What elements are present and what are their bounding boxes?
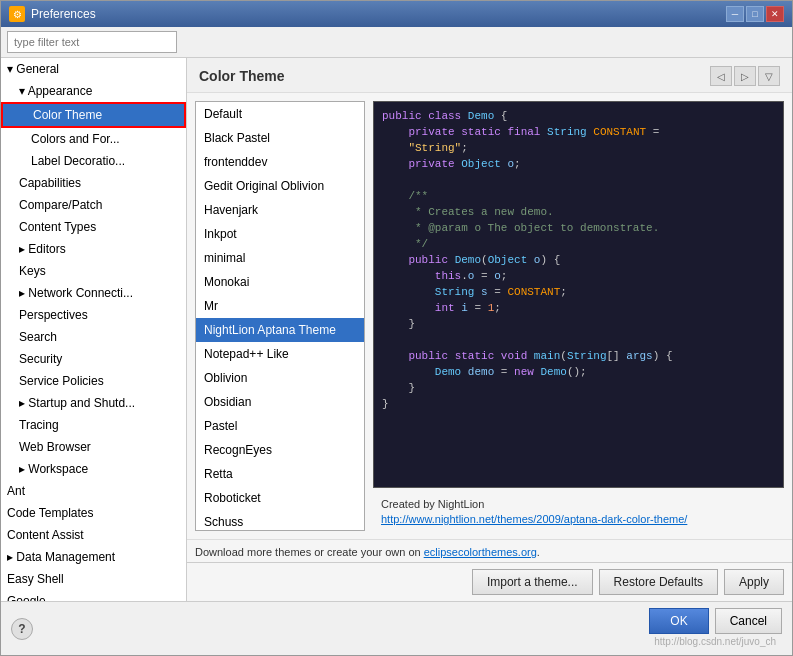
tree-panel: ▾ General▾ Appearance Color Theme Colors… [1, 58, 187, 601]
theme-item-havenjark[interactable]: Havenjark [196, 198, 364, 222]
minimize-button[interactable]: ─ [726, 6, 744, 22]
maximize-button[interactable]: □ [746, 6, 764, 22]
tree-item-ant[interactable]: Ant [1, 480, 186, 502]
content-area: ▾ General▾ Appearance Color Theme Colors… [1, 58, 792, 601]
theme-item-roboticket[interactable]: Roboticket [196, 486, 364, 510]
preview-section: public class Demo { private static final… [373, 101, 784, 531]
theme-list[interactable]: DefaultBlack PastelfrontenddevGedit Orig… [195, 101, 365, 531]
theme-item-pastel[interactable]: Pastel [196, 414, 364, 438]
eclipse-color-themes-link[interactable]: eclipsecolorthemes.org [424, 546, 537, 558]
tree-item-capabilities[interactable]: Capabilities [1, 172, 186, 194]
tree-item-perspectives[interactable]: Perspectives [1, 304, 186, 326]
preferences-dialog: ⚙ Preferences ─ □ ✕ ▾ General▾ Appearanc… [0, 0, 793, 656]
theme-item-minimal[interactable]: minimal [196, 246, 364, 270]
tree-item-google[interactable]: Google [1, 590, 186, 601]
download-bar: Download more themes or create your own … [187, 539, 792, 562]
nav-dropdown-button[interactable]: ▽ [758, 66, 780, 86]
tree-item-content-assist[interactable]: Content Assist [1, 524, 186, 546]
nav-forward-button[interactable]: ▷ [734, 66, 756, 86]
theme-item-retta[interactable]: Retta [196, 462, 364, 486]
code-preview: public class Demo { private static final… [373, 101, 784, 488]
bottom-right-buttons: OK Cancel [649, 608, 782, 634]
download-period: . [537, 546, 540, 558]
filter-toolbar [1, 27, 792, 58]
nav-back-button[interactable]: ◁ [710, 66, 732, 86]
tree-item-color-theme[interactable]: Color Theme [1, 102, 186, 128]
cancel-button[interactable]: Cancel [715, 608, 782, 634]
tree-item-label-decorations[interactable]: Label Decoratio... [1, 150, 186, 172]
theme-item-default[interactable]: Default [196, 102, 364, 126]
theme-author: Created by NightLion [381, 498, 776, 510]
theme-item-monokai[interactable]: Monokai [196, 270, 364, 294]
filter-input[interactable] [7, 31, 177, 53]
tree-item-easy-shell[interactable]: Easy Shell [1, 568, 186, 590]
dialog-icon: ⚙ [9, 6, 25, 22]
theme-item-obsidian[interactable]: Obsidian [196, 390, 364, 414]
tree-item-service-policies[interactable]: Service Policies [1, 370, 186, 392]
tree-item-general[interactable]: ▾ General [1, 58, 186, 80]
action-buttons: Import a theme... Restore Defaults Apply [187, 562, 792, 601]
theme-item-gedit-original-oblivion[interactable]: Gedit Original Oblivion [196, 174, 364, 198]
theme-item-nightlion-aptana-theme[interactable]: NightLion Aptana Theme [196, 318, 364, 342]
tree-item-keys[interactable]: Keys [1, 260, 186, 282]
theme-item-inkpot[interactable]: Inkpot [196, 222, 364, 246]
theme-item-frontenddev[interactable]: frontenddev [196, 150, 364, 174]
tree-item-startup-and-shutdown[interactable]: ▸ Startup and Shutd... [1, 392, 186, 414]
theme-info: Created by NightLion http://www.nightlio… [373, 492, 784, 531]
theme-selector-area: DefaultBlack PastelfrontenddevGedit Orig… [187, 93, 792, 539]
theme-item-black-pastel[interactable]: Black Pastel [196, 126, 364, 150]
theme-item-mr[interactable]: Mr [196, 294, 364, 318]
theme-item-oblivion[interactable]: Oblivion [196, 366, 364, 390]
tree-item-appearance[interactable]: ▾ Appearance [1, 80, 186, 102]
theme-item-schuss[interactable]: Schuss [196, 510, 364, 531]
import-theme-button[interactable]: Import a theme... [472, 569, 593, 595]
title-buttons: ─ □ ✕ [726, 6, 784, 22]
help-button[interactable]: ? [11, 618, 33, 640]
theme-link[interactable]: http://www.nightlion.net/themes/2009/apt… [381, 513, 687, 525]
right-panel-header: Color Theme ◁ ▷ ▽ [187, 58, 792, 93]
download-text: Download more themes or create your own … [195, 546, 424, 558]
title-bar: ⚙ Preferences ─ □ ✕ [1, 1, 792, 27]
right-panel: Color Theme ◁ ▷ ▽ DefaultBlack Pastelfro… [187, 58, 792, 601]
dialog-title: Preferences [31, 7, 96, 21]
tree-item-workspace[interactable]: ▸ Workspace [1, 458, 186, 480]
ok-button[interactable]: OK [649, 608, 708, 634]
tree-item-editors[interactable]: ▸ Editors [1, 238, 186, 260]
tree-item-network-connectivity[interactable]: ▸ Network Connecti... [1, 282, 186, 304]
theme-item-recogneyes[interactable]: RecognEyes [196, 438, 364, 462]
code-area: public class Demo { private static final… [374, 102, 783, 487]
bottom-bar: ? OK Cancel http://blog.csdn.net/juvo_ch [1, 601, 792, 655]
close-button[interactable]: ✕ [766, 6, 784, 22]
right-main-content: DefaultBlack PastelfrontenddevGedit Orig… [187, 93, 792, 601]
tree-item-web-browser[interactable]: Web Browser [1, 436, 186, 458]
tree-item-data-management[interactable]: ▸ Data Management [1, 546, 186, 568]
tree-item-tracing[interactable]: Tracing [1, 414, 186, 436]
title-bar-left: ⚙ Preferences [9, 6, 96, 22]
restore-defaults-button[interactable]: Restore Defaults [599, 569, 718, 595]
apply-button[interactable]: Apply [724, 569, 784, 595]
tree-item-search[interactable]: Search [1, 326, 186, 348]
tree-item-compare-patch[interactable]: Compare/Patch [1, 194, 186, 216]
tree-item-colors-and-fonts[interactable]: Colors and For... [1, 128, 186, 150]
tree-item-content-types[interactable]: Content Types [1, 216, 186, 238]
tree-item-code-templates[interactable]: Code Templates [1, 502, 186, 524]
right-panel-title: Color Theme [199, 68, 285, 84]
theme-item-notepadpp-like[interactable]: Notepad++ Like [196, 342, 364, 366]
tree-item-security[interactable]: Security [1, 348, 186, 370]
watermark: http://blog.csdn.net/juvo_ch [648, 634, 782, 649]
nav-buttons: ◁ ▷ ▽ [710, 66, 780, 86]
